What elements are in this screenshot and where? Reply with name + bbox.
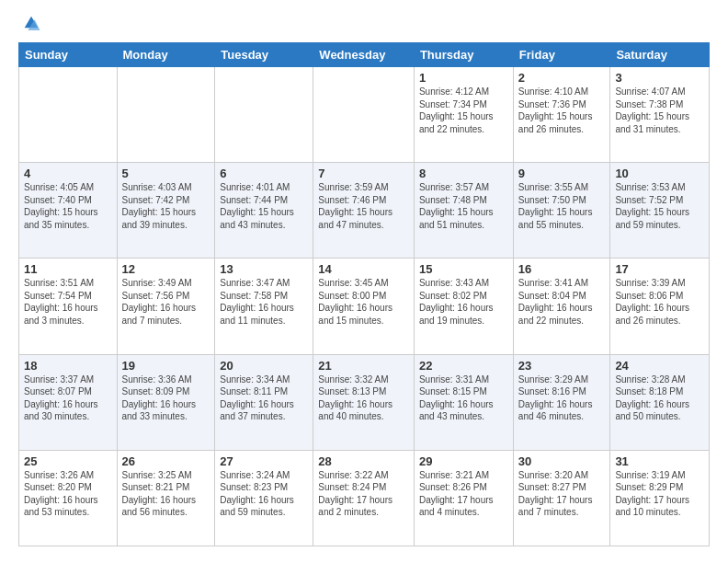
- day-info: Sunrise: 3:31 AMSunset: 8:15 PMDaylight:…: [419, 373, 508, 423]
- day-info: Sunrise: 3:29 AMSunset: 8:16 PMDaylight:…: [518, 373, 606, 423]
- calendar-cell: 14Sunrise: 3:45 AMSunset: 8:00 PMDayligh…: [313, 259, 415, 354]
- day-info: Sunrise: 3:57 AMSunset: 7:48 PMDaylight:…: [419, 181, 508, 231]
- day-info: Sunrise: 3:53 AMSunset: 7:52 PMDaylight:…: [615, 181, 704, 231]
- day-info: Sunrise: 3:34 AMSunset: 8:11 PMDaylight:…: [220, 373, 308, 423]
- day-number: 14: [318, 262, 409, 276]
- calendar-cell: [215, 67, 313, 163]
- calendar-cell: 5Sunrise: 4:03 AMSunset: 7:42 PMDaylight…: [117, 163, 215, 259]
- day-number: 20: [220, 359, 308, 373]
- day-number: 11: [24, 262, 112, 276]
- day-info: Sunrise: 3:51 AMSunset: 7:54 PMDaylight:…: [24, 277, 112, 327]
- day-number: 28: [318, 454, 409, 468]
- calendar-cell: 23Sunrise: 3:29 AMSunset: 8:16 PMDayligh…: [513, 354, 610, 450]
- day-number: 23: [518, 359, 606, 373]
- day-info: Sunrise: 3:36 AMSunset: 8:09 PMDaylight:…: [122, 373, 210, 423]
- day-number: 21: [318, 359, 409, 373]
- calendar-cell: 7Sunrise: 3:59 AMSunset: 7:46 PMDaylight…: [313, 163, 415, 259]
- day-info: Sunrise: 3:19 AMSunset: 8:29 PMDaylight:…: [615, 469, 704, 519]
- day-info: Sunrise: 3:43 AMSunset: 8:02 PMDaylight:…: [419, 277, 508, 327]
- calendar-cell: 25Sunrise: 3:26 AMSunset: 8:20 PMDayligh…: [19, 450, 118, 546]
- calendar-cell: 17Sunrise: 3:39 AMSunset: 8:06 PMDayligh…: [610, 259, 710, 354]
- day-number: 8: [419, 167, 508, 180]
- calendar-cell: 15Sunrise: 3:43 AMSunset: 8:02 PMDayligh…: [414, 259, 513, 354]
- calendar-day-header: Sunday: [19, 43, 118, 67]
- day-number: 31: [615, 454, 704, 468]
- calendar-cell: 11Sunrise: 3:51 AMSunset: 7:54 PMDayligh…: [19, 259, 118, 354]
- day-number: 16: [518, 262, 606, 276]
- day-number: 29: [419, 454, 508, 468]
- calendar-cell: 21Sunrise: 3:32 AMSunset: 8:13 PMDayligh…: [313, 354, 415, 450]
- day-info: Sunrise: 3:47 AMSunset: 7:58 PMDaylight:…: [220, 277, 308, 327]
- calendar-cell: 24Sunrise: 3:28 AMSunset: 8:18 PMDayligh…: [610, 354, 710, 450]
- calendar-cell: 13Sunrise: 3:47 AMSunset: 7:58 PMDayligh…: [215, 259, 313, 354]
- calendar-cell: 18Sunrise: 3:37 AMSunset: 8:07 PMDayligh…: [19, 354, 118, 450]
- calendar-day-header: Thursday: [414, 43, 513, 67]
- calendar-cell: 4Sunrise: 4:05 AMSunset: 7:40 PMDaylight…: [19, 163, 118, 259]
- day-info: Sunrise: 3:49 AMSunset: 7:56 PMDaylight:…: [122, 277, 210, 327]
- calendar-cell: 1Sunrise: 4:12 AMSunset: 7:34 PMDaylight…: [414, 67, 513, 163]
- day-info: Sunrise: 4:10 AMSunset: 7:36 PMDaylight:…: [518, 86, 606, 135]
- calendar-cell: 30Sunrise: 3:20 AMSunset: 8:27 PMDayligh…: [513, 450, 610, 546]
- day-number: 3: [615, 71, 704, 85]
- calendar-cell: [19, 67, 118, 163]
- day-info: Sunrise: 3:24 AMSunset: 8:23 PMDaylight:…: [220, 469, 308, 519]
- calendar-cell: 2Sunrise: 4:10 AMSunset: 7:36 PMDaylight…: [513, 67, 610, 163]
- calendar-day-header: Saturday: [610, 43, 710, 67]
- calendar-cell: 22Sunrise: 3:31 AMSunset: 8:15 PMDayligh…: [414, 354, 513, 450]
- day-info: Sunrise: 3:22 AMSunset: 8:24 PMDaylight:…: [318, 469, 409, 519]
- day-info: Sunrise: 3:25 AMSunset: 8:21 PMDaylight:…: [122, 469, 210, 519]
- header: [18, 15, 710, 33]
- day-number: 26: [122, 454, 210, 468]
- calendar-cell: [117, 67, 215, 163]
- day-number: 24: [615, 359, 704, 373]
- calendar-day-header: Tuesday: [215, 43, 313, 67]
- day-number: 2: [518, 71, 606, 85]
- calendar-week-row: 11Sunrise: 3:51 AMSunset: 7:54 PMDayligh…: [19, 259, 710, 354]
- day-info: Sunrise: 3:21 AMSunset: 8:26 PMDaylight:…: [419, 469, 508, 519]
- calendar-cell: 3Sunrise: 4:07 AMSunset: 7:38 PMDaylight…: [610, 67, 710, 163]
- day-info: Sunrise: 3:39 AMSunset: 8:06 PMDaylight:…: [615, 277, 704, 327]
- day-number: 9: [518, 167, 606, 180]
- day-number: 15: [419, 262, 508, 276]
- calendar-cell: 12Sunrise: 3:49 AMSunset: 7:56 PMDayligh…: [117, 259, 215, 354]
- day-info: Sunrise: 3:28 AMSunset: 8:18 PMDaylight:…: [615, 373, 704, 423]
- day-info: Sunrise: 3:41 AMSunset: 8:04 PMDaylight:…: [518, 277, 606, 327]
- calendar-cell: 9Sunrise: 3:55 AMSunset: 7:50 PMDaylight…: [513, 163, 610, 259]
- calendar-header-row: SundayMondayTuesdayWednesdayThursdayFrid…: [19, 43, 710, 67]
- day-number: 19: [122, 359, 210, 373]
- day-info: Sunrise: 3:55 AMSunset: 7:50 PMDaylight:…: [518, 181, 606, 231]
- day-info: Sunrise: 4:01 AMSunset: 7:44 PMDaylight:…: [220, 181, 308, 231]
- calendar-day-header: Wednesday: [313, 43, 415, 67]
- calendar-cell: 26Sunrise: 3:25 AMSunset: 8:21 PMDayligh…: [117, 450, 215, 546]
- day-number: 25: [24, 454, 112, 468]
- day-number: 22: [419, 359, 508, 373]
- day-info: Sunrise: 3:32 AMSunset: 8:13 PMDaylight:…: [318, 373, 409, 423]
- calendar-cell: 16Sunrise: 3:41 AMSunset: 8:04 PMDayligh…: [513, 259, 610, 354]
- day-number: 27: [220, 454, 308, 468]
- day-number: 7: [318, 167, 409, 180]
- day-number: 5: [122, 167, 210, 180]
- day-info: Sunrise: 3:45 AMSunset: 8:00 PMDaylight:…: [318, 277, 409, 327]
- calendar-cell: 19Sunrise: 3:36 AMSunset: 8:09 PMDayligh…: [117, 354, 215, 450]
- day-info: Sunrise: 4:05 AMSunset: 7:40 PMDaylight:…: [24, 181, 112, 231]
- calendar-week-row: 18Sunrise: 3:37 AMSunset: 8:07 PMDayligh…: [19, 354, 710, 450]
- calendar-week-row: 25Sunrise: 3:26 AMSunset: 8:20 PMDayligh…: [19, 450, 710, 546]
- day-number: 1: [419, 71, 508, 85]
- day-number: 18: [24, 359, 112, 373]
- calendar-cell: 6Sunrise: 4:01 AMSunset: 7:44 PMDaylight…: [215, 163, 313, 259]
- calendar-week-row: 1Sunrise: 4:12 AMSunset: 7:34 PMDaylight…: [19, 67, 710, 163]
- calendar-cell: 10Sunrise: 3:53 AMSunset: 7:52 PMDayligh…: [610, 163, 710, 259]
- calendar-day-header: Friday: [513, 43, 610, 67]
- day-info: Sunrise: 3:59 AMSunset: 7:46 PMDaylight:…: [318, 181, 409, 231]
- day-number: 12: [122, 262, 210, 276]
- calendar-cell: 8Sunrise: 3:57 AMSunset: 7:48 PMDaylight…: [414, 163, 513, 259]
- day-info: Sunrise: 3:26 AMSunset: 8:20 PMDaylight:…: [24, 469, 112, 519]
- logo: [18, 15, 41, 33]
- calendar-cell: 29Sunrise: 3:21 AMSunset: 8:26 PMDayligh…: [414, 450, 513, 546]
- day-info: Sunrise: 3:20 AMSunset: 8:27 PMDaylight:…: [518, 469, 606, 519]
- calendar-day-header: Monday: [117, 43, 215, 67]
- day-number: 4: [24, 167, 112, 180]
- calendar-week-row: 4Sunrise: 4:05 AMSunset: 7:40 PMDaylight…: [19, 163, 710, 259]
- day-number: 13: [220, 262, 308, 276]
- calendar-cell: 31Sunrise: 3:19 AMSunset: 8:29 PMDayligh…: [610, 450, 710, 546]
